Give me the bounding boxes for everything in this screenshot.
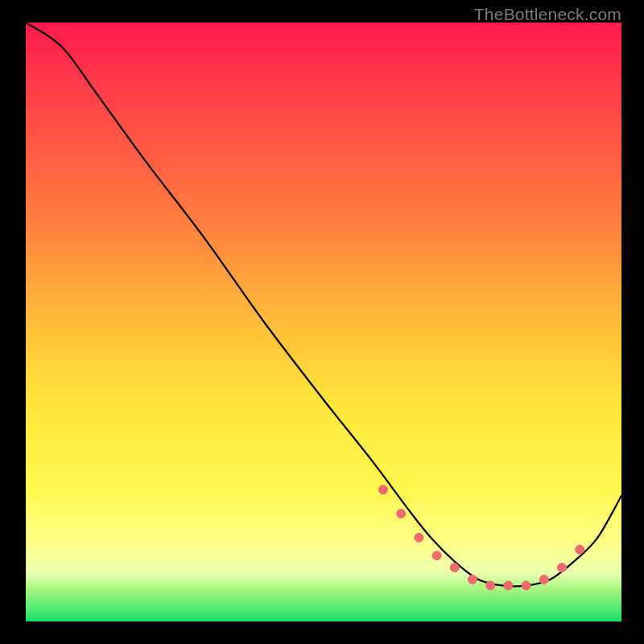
data-marker xyxy=(558,564,567,572)
data-marker xyxy=(469,575,477,584)
data-marker xyxy=(415,533,423,542)
data-marker xyxy=(450,564,459,572)
curve-overlay xyxy=(26,23,621,621)
marker-group xyxy=(379,485,584,590)
data-marker xyxy=(397,510,406,518)
watermark-text: TheBottleneck.com xyxy=(474,5,621,24)
data-marker xyxy=(432,551,441,560)
data-marker xyxy=(576,545,584,554)
data-marker xyxy=(379,485,388,494)
data-marker xyxy=(522,581,530,590)
plot-area xyxy=(26,23,621,621)
data-marker xyxy=(486,581,495,590)
data-marker xyxy=(504,581,513,590)
chart-stage: TheBottleneck.com xyxy=(0,0,644,644)
data-marker xyxy=(539,575,548,584)
bottleneck-curve xyxy=(26,23,621,586)
